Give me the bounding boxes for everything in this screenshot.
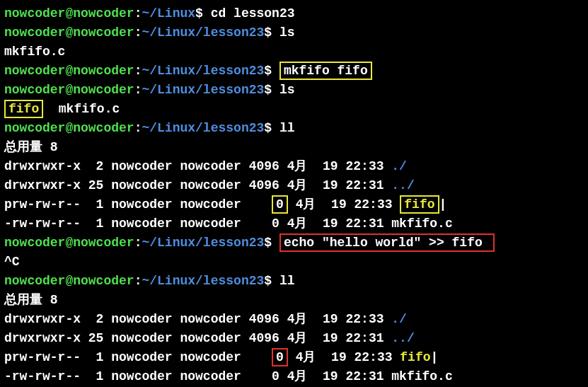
ll1-total: 总用量 8	[4, 138, 584, 157]
terminal[interactable]: nowcoder@nowcoder:~/Linux$ cd lesson23 n…	[4, 4, 584, 387]
highlight-mkfifo: mkfifo fifo	[279, 62, 372, 80]
ll2-row3: prw-rw-r-- 1 nowcoder nowcoder 0 4月 19 2…	[4, 348, 584, 367]
line-cd: nowcoder@nowcoder:~/Linux$ cd lesson23	[4, 4, 584, 23]
ll2-total: 总用量 8	[4, 291, 584, 310]
ll1-row1: drwxrwxr-x 2 nowcoder nowcoder 4096 4月 1…	[4, 157, 584, 176]
highlight-zero-size: 0	[272, 195, 288, 214]
prompt-user: nowcoder@nowcoder	[4, 6, 134, 21]
line-echo: nowcoder@nowcoder:~/Linux/lesson23$ echo…	[4, 233, 584, 253]
ll1-row2: drwxrwxr-x 25 nowcoder nowcoder 4096 4月 …	[4, 176, 584, 195]
highlight-echo-cmd: echo "hello world" >> fifo	[279, 233, 495, 252]
highlight-zero-size-2: 0	[272, 348, 288, 366]
command-text: cd lesson23	[211, 6, 295, 21]
line-ll1: nowcoder@nowcoder:~/Linux/lesson23$ ll	[4, 119, 584, 138]
line-ll2: nowcoder@nowcoder:~/Linux/lesson23$ ll	[4, 272, 584, 291]
highlight-fifo-entry: fifo	[400, 195, 439, 214]
ll1-row3: prw-rw-r-- 1 nowcoder nowcoder 0 4月 19 2…	[4, 195, 584, 214]
ls-output-2: fifo mkfifo.c	[4, 100, 584, 119]
line-ls2: nowcoder@nowcoder:~/Linux/lesson23$ ls	[4, 81, 584, 100]
ll2-row4: -rw-rw-r-- 1 nowcoder nowcoder 0 4月 19 2…	[4, 367, 584, 386]
ll2-row2: drwxrwxr-x 25 nowcoder nowcoder 4096 4月 …	[4, 329, 584, 348]
line-ls1: nowcoder@nowcoder:~/Linux/lesson23$ ls	[4, 23, 584, 42]
highlight-fifo-file: fifo	[4, 100, 43, 118]
ls-output-1: mkfifo.c	[4, 42, 584, 62]
ctrl-c: ^C	[4, 253, 584, 272]
ll2-row1: drwxrwxr-x 2 nowcoder nowcoder 4096 4月 1…	[4, 310, 584, 329]
prompt-path: ~/Linux	[142, 6, 195, 21]
ll1-row4: -rw-rw-r-- 1 nowcoder nowcoder 0 4月 19 2…	[4, 214, 584, 233]
line-mkfifo: nowcoder@nowcoder:~/Linux/lesson23$ mkfi…	[4, 62, 584, 81]
